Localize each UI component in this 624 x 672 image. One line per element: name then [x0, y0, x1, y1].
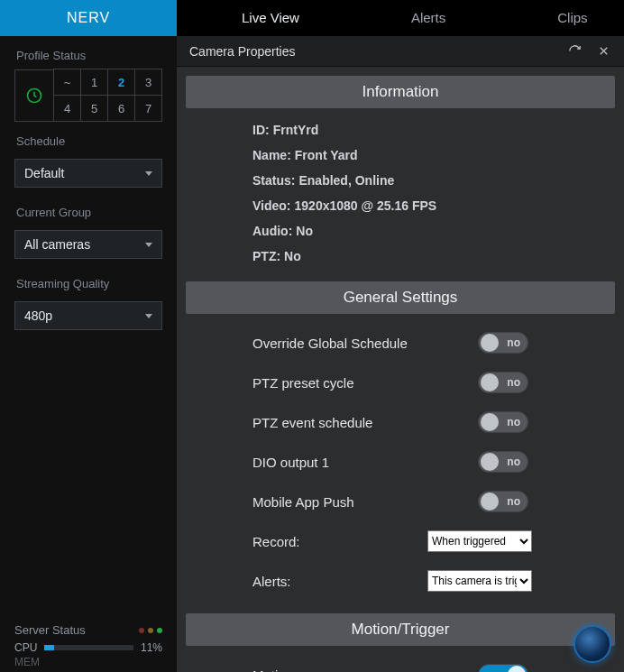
motion-sensor-toggle[interactable]: yes	[478, 664, 528, 672]
toggle-label-no: no	[507, 376, 520, 389]
profile-cell-3[interactable]: 3	[134, 69, 162, 96]
profile-cell-2[interactable]: 2	[107, 69, 135, 96]
section-general-settings: General Settings	[186, 281, 615, 314]
profile-cell-6[interactable]: 6	[107, 95, 135, 122]
current-group-label: Current Group	[0, 193, 177, 226]
alerts-label: Alerts:	[252, 574, 427, 589]
close-icon[interactable]	[595, 43, 611, 60]
toggle-label-no: no	[507, 336, 520, 349]
cpu-label: CPU	[14, 641, 37, 654]
toggle-label-no: no	[507, 416, 520, 428]
group-select[interactable]: All cameras	[14, 230, 162, 259]
info-name-value: Front Yard	[295, 148, 358, 162]
ptz-event-label: PTZ event schedule	[252, 415, 478, 430]
status-dot-yellow	[148, 628, 153, 633]
profile-cell-5[interactable]: 5	[80, 95, 108, 122]
info-video-key: Video:	[252, 198, 291, 213]
alerts-select[interactable]: This camera is triggered	[427, 570, 532, 592]
sidebar: NERV Profile Status ~1234567 Schedule De…	[0, 0, 177, 672]
info-status-value: Enabled, Online	[298, 173, 394, 188]
profile-cell-4[interactable]: 4	[53, 95, 81, 122]
clock-icon[interactable]	[14, 69, 54, 122]
profile-status-label: Profile Status	[0, 36, 177, 69]
record-indicator-button[interactable]	[574, 625, 611, 663]
info-video-value: 1920x1080 @ 25.16 FPS	[295, 198, 437, 213]
info-status-key: Status:	[252, 173, 295, 188]
group-value: All cameras	[24, 237, 90, 252]
toggle-label-yes: yes	[486, 668, 504, 672]
info-name-key: Name:	[252, 148, 291, 162]
status-dot-red	[139, 628, 144, 633]
dio-output-label: DIO output 1	[252, 455, 478, 470]
schedule-label: Schedule	[0, 122, 177, 155]
override-schedule-toggle[interactable]: no	[478, 332, 528, 354]
mem-label: MEM	[14, 656, 40, 668]
info-id-value: FrntYrd	[273, 123, 319, 137]
ptz-cycle-label: PTZ preset cycle	[252, 375, 478, 391]
status-dot-green	[157, 628, 162, 633]
server-status-title: Server Status	[14, 623, 86, 637]
chevron-down-icon	[145, 243, 152, 247]
schedule-value: Default	[24, 166, 64, 180]
refresh-icon[interactable]	[566, 43, 583, 60]
panel-title: Camera Properties	[189, 44, 296, 59]
section-information: Information	[186, 76, 615, 108]
profile-cell-1[interactable]: 1	[80, 69, 108, 96]
mobile-push-toggle[interactable]: no	[478, 491, 528, 512]
chevron-down-icon	[145, 171, 152, 176]
streaming-quality-label: Streaming Quality	[0, 264, 177, 298]
info-ptz-key: PTZ:	[252, 249, 280, 263]
profile-cell-~[interactable]: ~	[53, 69, 81, 96]
info-audio-key: Audio:	[252, 224, 292, 238]
ptz-cycle-toggle[interactable]: no	[478, 372, 528, 393]
ptz-event-toggle[interactable]: no	[478, 411, 528, 433]
toggle-label-no: no	[507, 456, 520, 468]
motion-sensor-label: Motion sensor	[252, 667, 478, 673]
override-schedule-label: Override Global Schedule	[252, 336, 478, 351]
server-status-panel: Server Status CPU 11% MEM	[0, 616, 177, 672]
tab-alerts[interactable]: Alerts	[355, 0, 501, 36]
record-label: Record:	[252, 534, 427, 549]
cpu-bar	[44, 645, 133, 650]
schedule-select[interactable]: Default	[14, 159, 162, 188]
quality-select[interactable]: 480p	[14, 301, 162, 330]
toggle-label-no: no	[507, 495, 520, 508]
chevron-down-icon	[145, 314, 152, 318]
tab-live-view[interactable]: Live View	[177, 0, 355, 36]
mobile-push-label: Mobile App Push	[252, 494, 478, 510]
profile-status-grid: ~1234567	[14, 69, 162, 122]
panel-header: Camera Properties	[177, 36, 624, 67]
camera-properties-panel: Camera Properties Information ID:FrntYrd…	[177, 36, 624, 672]
quality-value: 480p	[24, 308, 52, 323]
brand-header: NERV	[0, 0, 177, 36]
info-ptz-value: No	[284, 249, 301, 263]
section-motion-trigger: Motion/Trigger	[186, 613, 615, 646]
record-select[interactable]: When triggered	[427, 530, 532, 552]
info-id-key: ID:	[252, 123, 270, 137]
profile-cell-7[interactable]: 7	[134, 95, 162, 122]
dio-output-toggle[interactable]: no	[478, 451, 528, 473]
tab-clips[interactable]: Clips	[501, 0, 587, 36]
top-tabs: Live View Alerts Clips	[177, 0, 624, 36]
cpu-value: 11%	[141, 641, 162, 654]
info-audio-value: No	[296, 224, 313, 238]
